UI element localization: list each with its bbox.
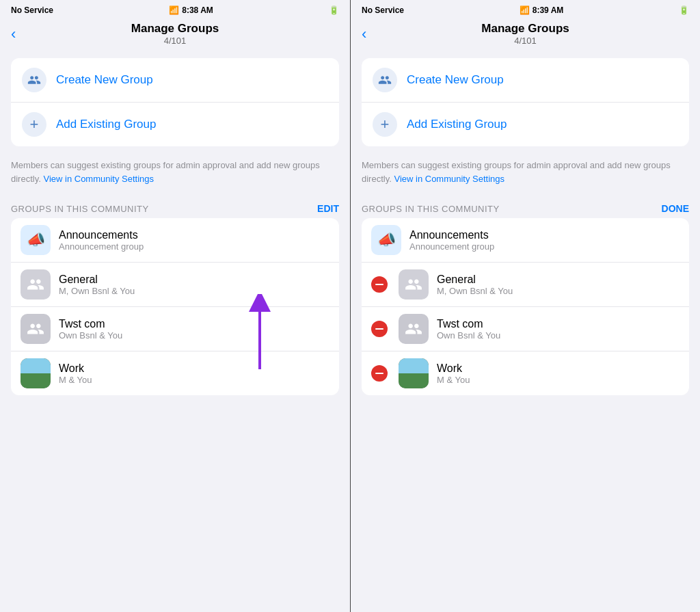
group-sub-twst-left: Own Bsnl & You (59, 330, 329, 341)
remove-work-button[interactable] (371, 365, 388, 382)
group-sub-twst-right: Own Bsnl & You (437, 330, 679, 341)
section-header-right: GROUPS IN THIS COMMUNITY DONE (351, 198, 700, 218)
back-button-right[interactable]: ‹ (362, 27, 366, 42)
add-existing-label-right: Add Existing Group (407, 118, 507, 131)
battery-left: 🔋 (329, 5, 339, 15)
nav-subtitle-left: 4/101 (131, 36, 219, 46)
edit-button-left[interactable]: EDIT (317, 203, 339, 214)
group-info-announcements-right: Announcements Announcement group (409, 229, 679, 252)
group-item-work-right[interactable]: Work M & You (362, 351, 689, 395)
group-info-general-left: General M, Own Bsnl & You (59, 274, 329, 296)
section-title-left: GROUPS IN THIS COMMUNITY (11, 204, 149, 214)
group-name-general-left: General (59, 274, 329, 286)
group-name-twst-right: Twst com (437, 318, 679, 330)
people-plus-icon-right (378, 73, 392, 87)
create-group-label-right: Create New Group (407, 73, 504, 87)
info-text-right: Members can suggest existing groups for … (351, 153, 700, 194)
group-sub-general-right: M, Own Bsnl & You (437, 286, 679, 296)
group-item-twst-right[interactable]: Twst com Own Bsnl & You (362, 307, 689, 351)
battery-icon-right: 🔋 (679, 5, 689, 15)
group-item-announcements-right[interactable]: 📣 Announcements Announcement group (362, 218, 689, 263)
group-name-twst-left: Twst com (59, 318, 329, 330)
work-grass-image-left (21, 358, 51, 388)
nav-title-text-left: Manage Groups (131, 22, 219, 36)
battery-right: 🔋 (679, 5, 689, 15)
add-existing-group-button-left[interactable]: + Add Existing Group (11, 103, 339, 146)
left-phone-screen: No Service 📶 8:38 AM 🔋 ‹ Manage Groups 4… (0, 0, 350, 612)
done-button-right[interactable]: DONE (662, 203, 689, 214)
content-left: Create New Group + Add Existing Group Me… (0, 51, 350, 612)
twst-people-icon-right (405, 320, 422, 338)
group-avatar-announcements-right: 📣 (371, 225, 401, 255)
community-settings-link-left[interactable]: View in Community Settings (43, 174, 154, 184)
group-avatar-general-left (21, 269, 51, 300)
battery-icon: 🔋 (329, 5, 339, 15)
service-status-left: No Service (11, 5, 53, 15)
group-sub-announcements-left: Announcement group (59, 241, 329, 252)
group-avatar-work-left (21, 358, 51, 388)
nav-bar-left: ‹ Manage Groups 4/101 (0, 19, 350, 51)
group-sub-general-left: M, Own Bsnl & You (59, 286, 329, 296)
groups-list-right: 📣 Announcements Announcement group Gener… (362, 218, 689, 395)
group-item-general-right[interactable]: General M, Own Bsnl & You (362, 263, 689, 307)
nav-title-left: Manage Groups 4/101 (131, 22, 219, 46)
megaphone-icon-right: 📣 (377, 231, 396, 249)
group-avatar-general-right (399, 269, 429, 300)
groups-list-left: 📣 Announcements Announcement group Gener… (11, 218, 339, 395)
remove-general-button[interactable] (371, 276, 388, 293)
back-button-left[interactable]: ‹ (11, 27, 16, 42)
group-item-twst-left[interactable]: Twst com Own Bsnl & You (11, 307, 339, 351)
service-status-right: No Service (362, 5, 404, 15)
group-sub-work-left: M & You (59, 375, 329, 385)
group-avatar-announcements-left: 📣 (21, 225, 51, 255)
right-phone-screen: No Service 📶 8:39 AM 🔋 ‹ Manage Groups 4… (350, 0, 700, 612)
group-info-general-right: General M, Own Bsnl & You (437, 274, 679, 296)
info-text-left: Members can suggest existing groups for … (0, 153, 350, 194)
group-avatar-twst-right (399, 314, 429, 344)
work-grass-image-right (399, 358, 429, 388)
action-card-right: Create New Group + Add Existing Group (362, 58, 689, 146)
group-sub-work-right: M & You (437, 375, 679, 385)
twst-people-icon-left (27, 320, 44, 338)
add-existing-label-left: Add Existing Group (56, 118, 156, 131)
group-item-general-left[interactable]: General M, Own Bsnl & You (11, 263, 339, 307)
section-header-left: GROUPS IN THIS COMMUNITY EDIT (0, 198, 350, 218)
wifi-icon-right: 📶 (520, 5, 530, 15)
add-existing-icon-right: + (373, 112, 397, 137)
people-plus-icon-left (27, 73, 41, 87)
nav-title-right: Manage Groups 4/101 (481, 22, 569, 46)
action-card-left: Create New Group + Add Existing Group (11, 58, 339, 146)
create-group-button-right[interactable]: Create New Group (362, 58, 689, 103)
general-people-icon-left (27, 276, 44, 293)
group-name-general-right: General (437, 274, 679, 286)
remove-twst-button[interactable] (371, 321, 388, 337)
group-info-announcements-left: Announcements Announcement group (59, 229, 329, 252)
add-existing-group-button-right[interactable]: + Add Existing Group (362, 103, 689, 146)
content-right: Create New Group + Add Existing Group Me… (351, 51, 700, 612)
group-name-work-left: Work (59, 362, 329, 375)
status-bar-left: No Service 📶 8:38 AM 🔋 (0, 0, 350, 19)
time-left: 📶 8:38 AM (169, 5, 213, 15)
nav-title-text-right: Manage Groups (481, 22, 569, 36)
wifi-icon: 📶 (169, 5, 179, 15)
nav-bar-right: ‹ Manage Groups 4/101 (351, 19, 700, 51)
nav-subtitle-right: 4/101 (481, 36, 569, 46)
group-item-announcements-left[interactable]: 📣 Announcements Announcement group (11, 218, 339, 263)
create-group-label-left: Create New Group (56, 73, 153, 87)
group-avatar-work-right (399, 358, 429, 388)
status-bar-right: No Service 📶 8:39 AM 🔋 (351, 0, 700, 19)
group-avatar-twst-left (21, 314, 51, 344)
create-group-icon-left (22, 68, 46, 92)
add-existing-icon-left: + (22, 112, 46, 137)
create-group-button-left[interactable]: Create New Group (11, 58, 339, 103)
community-settings-link-right[interactable]: View in Community Settings (394, 174, 504, 184)
group-name-announcements-left: Announcements (59, 229, 329, 241)
time-right: 📶 8:39 AM (520, 5, 564, 15)
group-info-twst-right: Twst com Own Bsnl & You (437, 318, 679, 341)
create-group-icon-right (373, 68, 397, 92)
group-sub-announcements-right: Announcement group (409, 241, 679, 252)
group-info-work-left: Work M & You (59, 362, 329, 385)
group-info-work-right: Work M & You (437, 362, 679, 385)
group-name-announcements-right: Announcements (409, 229, 679, 241)
group-item-work-left[interactable]: Work M & You (11, 351, 339, 395)
